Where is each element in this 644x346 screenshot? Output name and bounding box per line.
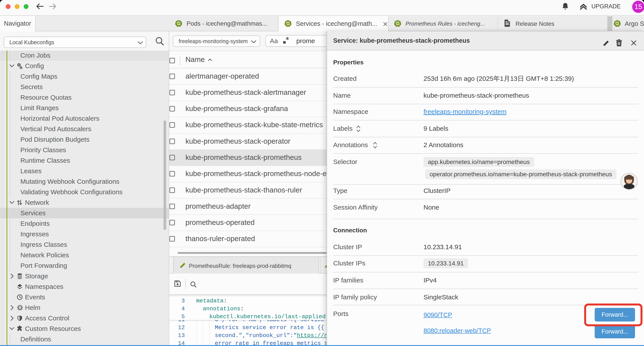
svg-text:HELM: HELM (18, 307, 22, 309)
